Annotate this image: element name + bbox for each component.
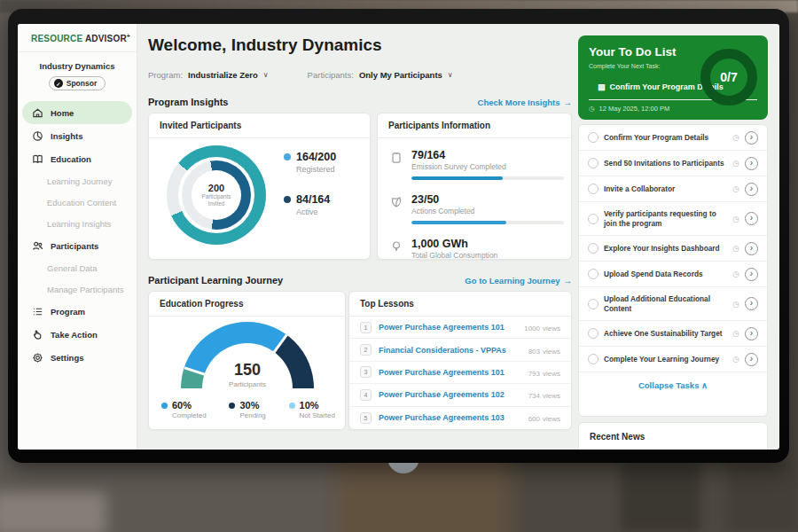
go-to-learning-journey-link[interactable]: Go to Learning Journey→ <box>465 276 572 286</box>
task-row: Confirm Your Program Details ◷ › <box>579 125 767 151</box>
actions-progress-bar <box>411 221 564 224</box>
lesson-rank: 5 <box>360 412 372 424</box>
task-open-button[interactable]: › <box>745 242 758 255</box>
invited-donut-inner: 200 ParticipantsInvited <box>182 160 251 230</box>
settings-icon <box>32 352 43 364</box>
task-row: Verify participants requesting to join t… <box>579 202 767 236</box>
consumption-row: 1,000 GWh Total Global Consumption <box>390 238 559 260</box>
invited-participants-card: Invited Participants 200 ParticipantsInv… <box>148 113 371 260</box>
legend-dot <box>284 196 291 203</box>
task-open-button[interactable]: › <box>745 268 758 281</box>
legend-dot <box>289 403 295 409</box>
sidebar-item-take-action[interactable]: Take Action <box>22 323 132 346</box>
task-checkbox[interactable] <box>588 243 598 254</box>
sidebar-divider <box>18 51 137 52</box>
sidebar-item-general-data[interactable]: General Data <box>22 257 132 278</box>
task-open-button[interactable]: › <box>745 353 758 366</box>
sidebar-item-education[interactable]: Education <box>22 147 132 170</box>
lesson-link[interactable]: Power Purchase Agreements 103 <box>379 413 519 422</box>
clock-icon: ◷ <box>732 300 739 309</box>
emission-progress-bar <box>411 176 564 180</box>
sidebar-item-participants[interactable]: Participants <box>22 234 132 257</box>
invited-legend: 164/200 Registered 84/164 Active <box>284 151 336 216</box>
arrow-right-icon: → <box>564 276 573 286</box>
sidebar-item-learning-journey[interactable]: Learning Journey <box>22 170 132 192</box>
page-title: Welcome, Industry Dynamics <box>148 35 382 55</box>
legend-pending: 30% Pending <box>229 400 265 419</box>
sidebar-item-education-content[interactable]: Education Content <box>22 192 132 213</box>
task-row: Achieve One Sustainability Target ◷ › <box>579 321 767 347</box>
task-open-button[interactable]: › <box>745 131 758 145</box>
lesson-views: 734views <box>526 389 560 400</box>
insights-icon <box>32 130 43 142</box>
check-more-insights-link[interactable]: Check More Insights→ <box>478 98 572 107</box>
photo-background-shape <box>727 461 798 532</box>
lesson-link[interactable]: Power Purchase Agreements 102 <box>379 390 519 399</box>
task-checkbox[interactable] <box>588 299 598 309</box>
clock-icon: ◷ <box>589 105 595 113</box>
education-progress-card: Education Progress 150 Participants 60% … <box>148 291 346 430</box>
legend-completed: 60% Completed <box>161 400 207 419</box>
lesson-row: 5 Power Purchase Agreements 103 600views <box>349 407 571 429</box>
section-title: Participant Learning Journey <box>148 275 283 286</box>
collapse-tasks-link[interactable]: Collapse Tasks ∧ <box>579 372 767 398</box>
logo-resource: RESOURCE <box>31 34 82 43</box>
task-checkbox[interactable] <box>588 132 598 143</box>
task-checkbox[interactable] <box>588 328 598 339</box>
lesson-link[interactable]: Power Purchase Agreements 101 <box>379 323 514 332</box>
todo-progress-ring: 0/7 <box>700 49 757 106</box>
card-title: Invited Participants <box>149 113 370 138</box>
lesson-link[interactable]: Financial Considerations - VPPAs <box>379 346 519 355</box>
lesson-link[interactable]: Power Purchase Agreements 101 <box>379 368 519 377</box>
sponsor-label: Sponsor <box>66 79 97 88</box>
card-title: Participants Information <box>378 113 571 138</box>
todo-due: ◷12 May 2025, 12:00 PM <box>589 105 757 113</box>
task-checkbox[interactable] <box>588 354 598 364</box>
sidebar-item-settings[interactable]: Settings <box>22 346 132 369</box>
education-legend: 60% Completed 30% Pending 10% Not Starte… <box>161 400 335 419</box>
task-checkbox[interactable] <box>588 158 598 168</box>
task-open-button[interactable]: › <box>745 212 758 225</box>
participants-filter[interactable]: Participants: Only My Participants ∨ <box>308 70 453 80</box>
legend-registered: 164/200 Registered <box>284 151 336 174</box>
task-open-button[interactable]: › <box>745 327 758 340</box>
chevron-down-icon: ∨ <box>263 71 269 79</box>
donut-center-label: ParticipantsInvited <box>202 193 231 207</box>
task-checkbox[interactable] <box>588 269 598 279</box>
education-gauge: 150 Participants <box>181 322 314 388</box>
clock-icon: ◷ <box>732 329 739 338</box>
sidebar-item-program[interactable]: Program <box>22 300 132 323</box>
legend-dot <box>161 403 168 409</box>
clipboard-icon: ▤ <box>598 82 606 91</box>
sidebar-item-home[interactable]: Home <box>22 101 132 124</box>
program-insights-header: Program Insights Check More Insights→ <box>148 97 572 107</box>
clock-icon: ◷ <box>732 133 739 142</box>
invited-donut-outer: 200 ParticipantsInvited <box>167 145 266 245</box>
logo-advisor: ADVISOR+ <box>85 34 130 43</box>
sidebar-item-insights[interactable]: Insights <box>22 124 132 147</box>
program-filter[interactable]: Program: Industrialize Zero ∨ <box>148 70 269 80</box>
top-lessons-card: Top Lessons 1 Power Purchase Agreements … <box>348 291 572 430</box>
task-checkbox[interactable] <box>588 184 598 194</box>
sponsor-badge[interactable]: ✓ Sponsor <box>49 76 106 90</box>
donut-hole: 200 ParticipantsInvited <box>178 157 254 233</box>
task-open-button[interactable]: › <box>745 183 758 196</box>
task-checkbox[interactable] <box>588 214 598 224</box>
education-icon <box>32 153 43 165</box>
card-title: Top Lessons <box>349 292 571 317</box>
consumption-icon <box>390 240 403 253</box>
lesson-rank: 3 <box>360 366 372 378</box>
program-icon <box>32 306 43 317</box>
collapse-caret-icon: ∧ <box>701 380 708 390</box>
sidebar-item-learning-insights[interactable]: Learning Insights <box>22 213 132 234</box>
clock-icon: ◷ <box>732 159 739 168</box>
clock-icon: ◷ <box>732 215 739 223</box>
photo-background-shape <box>0 492 106 532</box>
task-open-button[interactable]: › <box>745 157 758 170</box>
actions-icon <box>390 196 403 208</box>
sidebar-item-manage-participants[interactable]: Manage Participants <box>22 278 132 300</box>
task-row: Send 50 Invitations to Participants ◷ › <box>579 151 767 176</box>
chevron-down-icon: ∨ <box>448 71 453 79</box>
lesson-rank: 4 <box>360 389 372 401</box>
task-open-button[interactable]: › <box>745 297 758 310</box>
